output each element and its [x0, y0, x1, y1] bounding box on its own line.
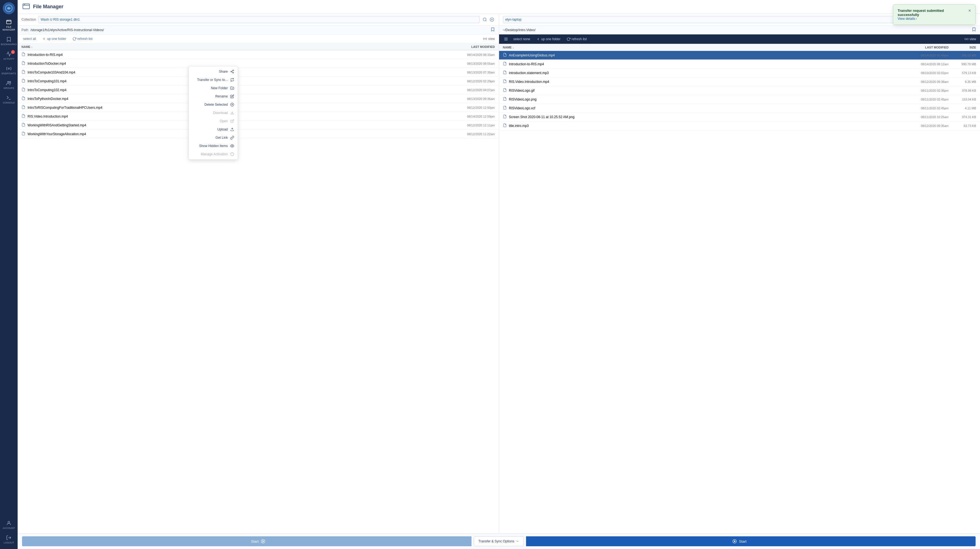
- right-col-modified-header: LAST MODIFIED: [905, 46, 948, 49]
- context-menu-item-share[interactable]: Share: [189, 67, 238, 76]
- sidebar-item-activity[interactable]: 1 ACTIVITY: [0, 48, 18, 63]
- file-icon: [503, 114, 507, 119]
- left-clear-button[interactable]: [489, 16, 495, 22]
- file-name: IntroductionToDocker.mp4: [27, 62, 451, 65]
- select-all-button[interactable]: select all: [21, 36, 38, 41]
- file-icon: [21, 96, 25, 101]
- table-row[interactable]: IntroductionToDocker.mp4 08/13/2020 08:5…: [18, 59, 499, 68]
- context-menu-item-upload[interactable]: Upload: [189, 125, 238, 133]
- file-icon: [503, 70, 507, 75]
- toast-header: Transfer request submitted successfully …: [898, 8, 971, 17]
- left-view-button[interactable]: view: [483, 37, 495, 41]
- right-toolbar: select none up one folder refresh list v…: [499, 35, 980, 44]
- right-collection-input[interactable]: [503, 16, 961, 23]
- file-name: IntroToComputing102.mp4: [27, 88, 451, 92]
- file-icon: [21, 132, 25, 136]
- file-name: IntroToComputing101.mp4: [27, 79, 451, 83]
- left-col-modified-header: LAST MODIFIED: [451, 45, 495, 48]
- app-header: File Manager: [18, 0, 980, 14]
- left-file-table: NAME ↓ LAST MODIFIED Introduction-to-RIS…: [18, 43, 499, 533]
- context-menu-icon-rename: [230, 94, 234, 98]
- table-row[interactable]: IntroToRISComputingForTraditionalHPCUser…: [18, 103, 499, 112]
- left-start-button[interactable]: Start: [22, 536, 495, 546]
- toast-link[interactable]: View details ›: [898, 17, 971, 21]
- toast-close-button[interactable]: ×: [969, 8, 971, 13]
- file-name: title.intro.mp3: [509, 124, 905, 128]
- right-refresh-button[interactable]: refresh list: [565, 36, 588, 42]
- right-bottom-bar: Start: [499, 533, 980, 549]
- right-bookmark-icon[interactable]: [972, 27, 976, 32]
- sidebar-item-endpoints[interactable]: ENDPOINTS: [0, 63, 18, 78]
- table-row[interactable]: IntroToComputing101.mp4 08/12/2020 02:29…: [18, 77, 499, 86]
- left-search-button[interactable]: [482, 16, 488, 22]
- file-size: 153.04 KB: [948, 98, 976, 101]
- svg-rect-7: [23, 4, 29, 9]
- context-menu-item-delete_selected[interactable]: Delete Selected: [189, 100, 238, 109]
- left-col-name-header: NAME ↓: [21, 45, 451, 48]
- left-path-bar: Path: [18, 25, 499, 35]
- file-modified: 08/14/2020 08:12am: [905, 62, 948, 66]
- context-menu-item-rename[interactable]: Rename: [189, 92, 238, 100]
- context-menu-item-get_link[interactable]: Get Link: [189, 133, 238, 142]
- file-modified: 08/12/2020 04:07pm: [451, 88, 495, 92]
- left-collection-input[interactable]: [38, 16, 479, 23]
- file-modified: 08/12/2020 09:38am: [905, 80, 948, 83]
- left-up-one-folder-button[interactable]: up one folder: [40, 36, 68, 41]
- select-none-button[interactable]: select none: [512, 36, 532, 42]
- app-logo[interactable]: [3, 2, 15, 14]
- svg-point-3: [8, 81, 9, 83]
- right-start-button[interactable]: Start: [503, 536, 976, 546]
- table-row[interactable]: IntroToComputing102.mp4 08/12/2020 04:07…: [18, 86, 499, 94]
- panels-container: Collection Path: [18, 14, 980, 549]
- context-menu-item-transfer_or_sync[interactable]: Transfer or Sync to...: [189, 76, 238, 84]
- table-row[interactable]: WorkingWithYourStorageAllocation.mp4 08/…: [18, 130, 499, 138]
- table-row[interactable]: AnExampleInUsingGlobus.mp4 08/14/2020 02…: [499, 51, 980, 60]
- table-row[interactable]: IntroToPythonInDocker.mp4 08/13/2020 09:…: [18, 94, 499, 103]
- right-up-one-folder-button[interactable]: up one folder: [535, 36, 562, 42]
- right-hamburger-button[interactable]: [503, 36, 509, 42]
- right-view-button[interactable]: view: [964, 37, 976, 41]
- table-row[interactable]: Screen Shot 2020-08-11 at 10.25.52 AM.pn…: [499, 113, 980, 121]
- table-row[interactable]: RISVideoLogo.xcf 08/11/2020 02:45pm 4.11…: [499, 104, 980, 113]
- table-row[interactable]: Introduction-to-RIS.mp4 08/14/2020 08:33…: [18, 51, 499, 59]
- file-modified: 08/12/2020 12:50pm: [451, 106, 495, 109]
- file-modified: 08/13/2020 07:39am: [451, 71, 495, 74]
- transfer-sync-options-button[interactable]: Transfer & Sync Options: [474, 536, 524, 546]
- table-row[interactable]: RISVideoLogo.png 08/11/2020 02:45pm 153.…: [499, 95, 980, 104]
- file-modified: 08/12/2020 09:35am: [905, 124, 948, 127]
- context-menu-label-manage_activation: Manage Activation: [201, 152, 228, 156]
- sidebar-item-file-manager[interactable]: FILE MANAGER: [0, 16, 18, 34]
- left-refresh-button[interactable]: refresh list: [71, 36, 94, 41]
- context-menu-label-transfer_or_sync: Transfer or Sync to...: [197, 78, 228, 82]
- table-row[interactable]: RIS.Video.Introduction.mp4 08/14/2020 12…: [18, 112, 499, 121]
- context-menu-label-new_folder: New Folder: [211, 86, 228, 90]
- table-row[interactable]: RISVideoLogo.gif 08/11/2020 02:36pm 978.…: [499, 86, 980, 95]
- svg-point-18: [233, 72, 234, 73]
- context-menu-icon-transfer_or_sync: [230, 78, 234, 82]
- file-icon: [503, 53, 507, 57]
- table-row[interactable]: Introduction-to-RIS.mp4 08/14/2020 08:12…: [499, 60, 980, 68]
- sidebar-item-console[interactable]: CONSOLE: [0, 92, 18, 107]
- file-icon: [21, 114, 25, 119]
- table-row[interactable]: title.intro.mp3 08/12/2020 09:35am 63.73…: [499, 121, 980, 130]
- context-menu-item-new_folder[interactable]: New Folder: [189, 84, 238, 92]
- left-panel: Collection Path: [18, 14, 499, 549]
- sidebar-item-logout[interactable]: LOGOUT: [0, 532, 18, 547]
- right-path-bar: [499, 25, 980, 35]
- file-name: RIS.Video.Introduction.mp4: [27, 114, 451, 118]
- table-row[interactable]: WorkingWithRISAndGettingStarted.mp4 08/1…: [18, 121, 499, 130]
- file-name: introduction.statement.mp3: [509, 71, 905, 75]
- file-name: Introduction-to-RIS.mp4: [27, 53, 451, 57]
- context-menu-item-show_hidden_items[interactable]: Show Hidden Items: [189, 142, 238, 150]
- table-row[interactable]: introduction.statement.mp3 08/10/2020 02…: [499, 68, 980, 77]
- sidebar-item-bookmarks[interactable]: BOOKMARKS: [0, 34, 18, 48]
- svg-marker-15: [263, 541, 264, 542]
- left-path-input[interactable]: [30, 28, 488, 32]
- table-row[interactable]: RIS.Video.Introduction.mp4 08/12/2020 09…: [499, 77, 980, 86]
- right-path-input[interactable]: [503, 28, 970, 32]
- left-bookmark-icon[interactable]: [490, 27, 495, 32]
- file-modified: 08/11/2020 02:45pm: [905, 98, 948, 101]
- table-row[interactable]: IntroToCompute103And104.mp4 08/13/2020 0…: [18, 68, 499, 77]
- sidebar-item-groups[interactable]: GROUPS: [0, 78, 18, 92]
- sidebar-item-account[interactable]: ACCOUNT: [0, 517, 18, 532]
